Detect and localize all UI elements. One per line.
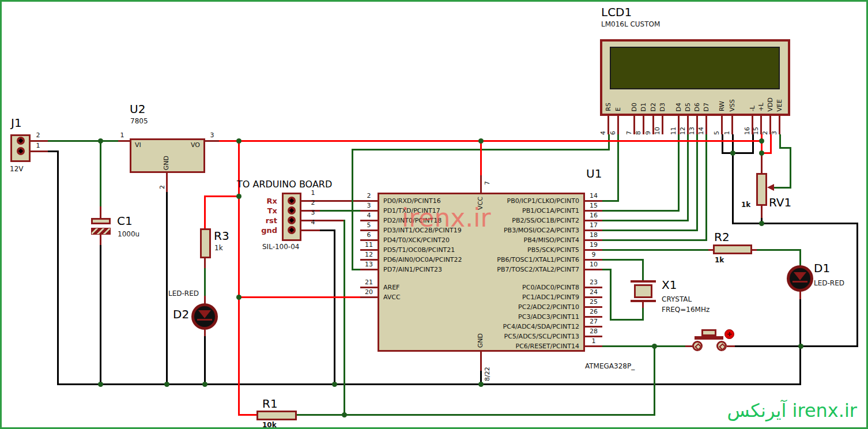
junction-dot <box>236 295 241 300</box>
u1-pin-stub <box>585 345 602 347</box>
watermark-center: irenx.ir <box>402 203 491 232</box>
u2-body[interactable]: VI VO GND <box>130 138 205 173</box>
u1-pin-row[interactable]: 19 PB5/SCK/PCINT5 <box>418 245 602 255</box>
wire <box>238 414 258 416</box>
lcd-pin-number: 5 <box>713 118 720 135</box>
c1-plate-top[interactable] <box>91 218 111 224</box>
wire <box>687 134 689 221</box>
button-terminal-right[interactable] <box>716 341 727 351</box>
u1-pin-number: 10 <box>580 261 607 268</box>
wire <box>722 152 754 154</box>
u1-pin-number: 6 <box>356 231 382 239</box>
u1-pin-number: 27 <box>580 318 607 325</box>
wire <box>480 175 482 193</box>
rv1-wiper-arrow[interactable] <box>767 184 774 191</box>
lcd-part: LM016L CUSTOM <box>601 20 660 28</box>
header-pin-number: 1 <box>303 189 323 197</box>
lcd-pin-number: 14 <box>697 118 705 135</box>
r2-body[interactable] <box>713 244 752 254</box>
u1-pin-row[interactable]: 9 PB6/TOSC1/XTAL1/PCINT6 <box>418 255 602 265</box>
header-title: TO ARDUINO BOARD <box>237 179 332 190</box>
u2-vi-label: VI <box>135 141 141 149</box>
header-pin-row[interactable]: gnd 4 <box>250 225 330 235</box>
junction-dot <box>98 138 103 144</box>
u1-pin-label: PC1/ADC1/PCINT9 <box>522 293 579 301</box>
lcd-pin-number: 6 <box>609 118 617 135</box>
j1-pin2-pad[interactable] <box>17 137 25 145</box>
wire <box>654 345 655 416</box>
u1-pin-label: PC5/ADC5/SCL/PCINT13 <box>504 333 579 340</box>
lcd-ref: LCD1 <box>601 5 632 19</box>
x1-value: CRYSTAL <box>662 295 692 303</box>
j1-value: 12V <box>10 165 23 173</box>
button-terminal-left[interactable] <box>692 341 703 351</box>
lcd-pin-number: 2 <box>761 118 769 135</box>
junction-dot <box>164 382 169 387</box>
u1-pin-row[interactable]: 25 PC2/ADC2/PCINT10 <box>418 302 602 312</box>
rv1-body[interactable] <box>756 173 767 206</box>
u1-pin-number: 3 <box>356 202 382 209</box>
r3-body[interactable] <box>200 228 211 258</box>
lcd-pin-stub <box>721 116 723 134</box>
wire <box>799 291 801 299</box>
c1-plate-bottom[interactable] <box>91 228 111 235</box>
u1-pin-row[interactable]: 23 PC0/ADC0/PCINT8 <box>418 283 602 292</box>
r1-ref: R1 <box>262 397 278 411</box>
button-actuator[interactable] <box>701 329 716 336</box>
header-pin-pad[interactable] <box>288 206 296 215</box>
wire <box>204 197 206 228</box>
u1-pin-row[interactable]: 26 PC3/ADC3/PCINT11 <box>418 312 602 322</box>
u1-pin-row[interactable]: 27 PC4/ADC4/SDA/PCINT12 <box>418 322 602 332</box>
wire <box>100 142 101 206</box>
rv1-ref: RV1 <box>769 195 791 209</box>
header-pin-pad[interactable] <box>288 197 296 205</box>
x1-body[interactable] <box>634 284 652 298</box>
d1-ref: D1 <box>814 261 830 275</box>
junction-dot <box>236 194 241 199</box>
r3-value: 1k <box>214 244 223 252</box>
junction-dot <box>332 382 337 387</box>
x1-ref: X1 <box>662 278 677 292</box>
wire <box>856 223 858 347</box>
lcd-pin-number: 12 <box>679 118 686 135</box>
lcd-pin-label: D2 <box>650 103 657 111</box>
u1-pin-row[interactable]: 24 PC1/ADC1/PCINT9 <box>418 292 602 302</box>
u1-pin-number: 1 <box>580 337 607 345</box>
junction-dot <box>478 382 484 387</box>
lcd-pin-stub <box>731 116 733 134</box>
wire <box>732 153 734 224</box>
d2-diode-bar <box>197 319 212 321</box>
header-pin-pad[interactable] <box>288 216 296 224</box>
r1-body[interactable] <box>256 411 297 420</box>
u1-pin-number: 24 <box>580 288 607 296</box>
u1-pin-row[interactable]: 18 PB4/MISO/PCINT4 <box>418 235 602 245</box>
j1-ref: J1 <box>11 116 22 130</box>
u2-pin3-number: 3 <box>205 131 220 139</box>
header-pin-stub <box>301 229 320 231</box>
d1-value: LED-RED <box>814 279 844 287</box>
d2-diode-triangle <box>198 310 211 318</box>
u1-pin-row[interactable]: 28 PC5/ADC5/SCL/PCINT13 <box>418 332 602 341</box>
u1-pin-row[interactable]: 1 PC6/RESET/PCINT14 <box>418 341 602 351</box>
wire <box>602 210 679 212</box>
button-bar[interactable] <box>695 336 723 340</box>
j1-pin1-pad[interactable] <box>17 147 25 155</box>
wire <box>799 299 801 347</box>
wire <box>602 259 644 261</box>
wire <box>757 249 801 251</box>
d2-led-symbol[interactable] <box>191 303 218 330</box>
wire <box>334 229 335 385</box>
lcd-pin-label: D5 <box>684 103 692 111</box>
u2-gnd-label: GND <box>163 156 170 170</box>
wire <box>617 134 619 202</box>
d1-led-symbol[interactable] <box>787 265 813 292</box>
wire <box>602 249 708 251</box>
u1-pin-number: 18 <box>580 231 607 239</box>
rv1-value: 1k <box>741 201 750 209</box>
header-pin-pad[interactable] <box>288 226 296 234</box>
u1-pin-row[interactable]: 10 PB7/TOSC2/XTAL2/PCINT7 <box>418 265 602 274</box>
lcd-pin-number: 7 <box>625 118 633 135</box>
button-actuate-marker[interactable]: ✛ <box>724 329 734 339</box>
wire <box>344 220 345 416</box>
x1-plate-top <box>631 280 656 283</box>
